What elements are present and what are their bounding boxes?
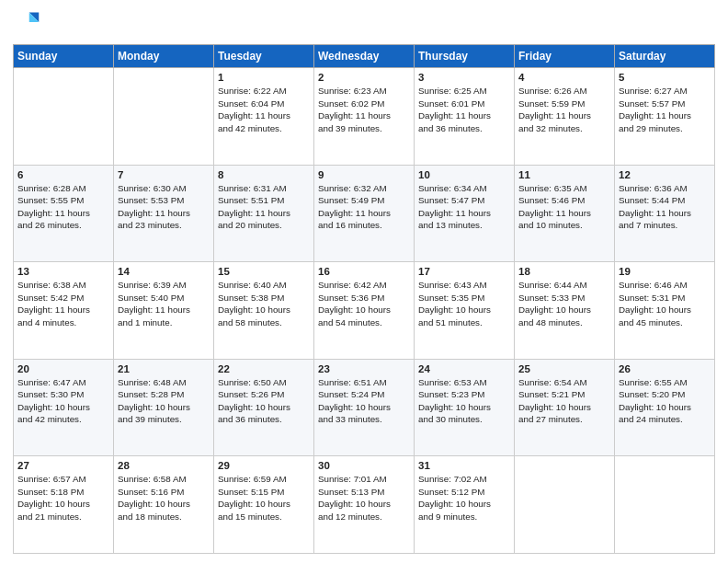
calendar-week-1: 6Sunrise: 6:28 AMSunset: 5:55 PMDaylight… xyxy=(14,165,715,262)
weekday-header-thursday: Thursday xyxy=(415,45,515,68)
page: SundayMondayTuesdayWednesdayThursdayFrid… xyxy=(0,0,728,563)
calendar-cell: 2Sunrise: 6:23 AMSunset: 6:02 PMDaylight… xyxy=(314,68,415,166)
day-info: Sunrise: 6:48 AMSunset: 5:28 PMDaylight:… xyxy=(118,376,210,426)
calendar-cell: 27Sunrise: 6:57 AMSunset: 5:18 PMDayligh… xyxy=(14,456,114,554)
day-info: Sunrise: 6:57 AMSunset: 5:18 PMDaylight:… xyxy=(17,473,109,523)
weekday-header-friday: Friday xyxy=(515,45,615,68)
calendar-cell: 6Sunrise: 6:28 AMSunset: 5:55 PMDaylight… xyxy=(14,165,114,262)
calendar-cell: 23Sunrise: 6:51 AMSunset: 5:24 PMDayligh… xyxy=(314,359,415,456)
weekday-header-monday: Monday xyxy=(114,45,214,68)
calendar-cell: 12Sunrise: 6:36 AMSunset: 5:44 PMDayligh… xyxy=(615,165,715,262)
day-info: Sunrise: 6:36 AMSunset: 5:44 PMDaylight:… xyxy=(619,182,711,232)
weekday-header-wednesday: Wednesday xyxy=(314,45,415,68)
day-number: 28 xyxy=(118,460,210,471)
day-info: Sunrise: 6:54 AMSunset: 5:21 PMDaylight:… xyxy=(518,376,610,426)
day-info: Sunrise: 6:22 AMSunset: 6:04 PMDaylight:… xyxy=(218,85,310,134)
day-info: Sunrise: 6:44 AMSunset: 5:33 PMDaylight:… xyxy=(518,279,610,328)
day-info: Sunrise: 6:23 AMSunset: 6:02 PMDaylight:… xyxy=(318,85,410,134)
calendar-cell xyxy=(615,456,715,554)
day-info: Sunrise: 6:59 AMSunset: 5:15 PMDaylight:… xyxy=(218,473,310,523)
calendar-cell xyxy=(515,456,615,554)
day-number: 10 xyxy=(418,169,510,180)
calendar-cell: 1Sunrise: 6:22 AMSunset: 6:04 PMDaylight… xyxy=(214,68,314,166)
day-info: Sunrise: 6:28 AMSunset: 5:55 PMDaylight:… xyxy=(17,182,109,232)
calendar-cell: 13Sunrise: 6:38 AMSunset: 5:42 PMDayligh… xyxy=(14,262,114,360)
calendar-table: SundayMondayTuesdayWednesdayThursdayFrid… xyxy=(13,44,715,554)
calendar-cell: 24Sunrise: 6:53 AMSunset: 5:23 PMDayligh… xyxy=(415,359,515,456)
day-number: 25 xyxy=(518,363,610,374)
day-info: Sunrise: 7:02 AMSunset: 5:12 PMDaylight:… xyxy=(418,473,510,523)
calendar-week-3: 20Sunrise: 6:47 AMSunset: 5:30 PMDayligh… xyxy=(14,359,715,456)
day-info: Sunrise: 6:31 AMSunset: 5:51 PMDaylight:… xyxy=(218,182,310,232)
day-info: Sunrise: 6:50 AMSunset: 5:26 PMDaylight:… xyxy=(218,376,310,426)
day-number: 26 xyxy=(619,363,711,374)
day-number: 20 xyxy=(17,363,109,374)
day-number: 4 xyxy=(518,72,610,83)
header xyxy=(13,9,715,39)
calendar-cell xyxy=(114,68,214,166)
calendar-cell: 16Sunrise: 6:42 AMSunset: 5:36 PMDayligh… xyxy=(314,262,415,360)
logo-icon xyxy=(15,9,40,35)
day-info: Sunrise: 6:32 AMSunset: 5:49 PMDaylight:… xyxy=(318,182,410,232)
day-info: Sunrise: 6:39 AMSunset: 5:40 PMDaylight:… xyxy=(118,279,210,328)
day-info: Sunrise: 6:47 AMSunset: 5:30 PMDaylight:… xyxy=(17,376,109,426)
day-number: 16 xyxy=(318,266,410,277)
calendar-cell: 9Sunrise: 6:32 AMSunset: 5:49 PMDaylight… xyxy=(314,165,415,262)
day-info: Sunrise: 6:25 AMSunset: 6:01 PMDaylight:… xyxy=(418,85,510,134)
day-number: 9 xyxy=(318,169,410,180)
day-number: 5 xyxy=(619,72,711,83)
weekday-header-sunday: Sunday xyxy=(14,45,114,68)
day-number: 31 xyxy=(418,460,510,471)
logo xyxy=(13,9,40,39)
calendar-cell xyxy=(14,68,114,166)
day-info: Sunrise: 6:26 AMSunset: 5:59 PMDaylight:… xyxy=(518,85,610,134)
calendar-cell: 10Sunrise: 6:34 AMSunset: 5:47 PMDayligh… xyxy=(415,165,515,262)
day-info: Sunrise: 6:27 AMSunset: 5:57 PMDaylight:… xyxy=(619,85,711,134)
day-number: 13 xyxy=(17,266,109,277)
calendar-cell: 21Sunrise: 6:48 AMSunset: 5:28 PMDayligh… xyxy=(114,359,214,456)
calendar-week-4: 27Sunrise: 6:57 AMSunset: 5:18 PMDayligh… xyxy=(14,456,715,554)
day-number: 24 xyxy=(418,363,510,374)
day-number: 18 xyxy=(518,266,610,277)
calendar-cell: 7Sunrise: 6:30 AMSunset: 5:53 PMDaylight… xyxy=(114,165,214,262)
calendar-cell: 3Sunrise: 6:25 AMSunset: 6:01 PMDaylight… xyxy=(415,68,515,166)
calendar-cell: 5Sunrise: 6:27 AMSunset: 5:57 PMDaylight… xyxy=(615,68,715,166)
calendar-cell: 17Sunrise: 6:43 AMSunset: 5:35 PMDayligh… xyxy=(415,262,515,360)
calendar-cell: 8Sunrise: 6:31 AMSunset: 5:51 PMDaylight… xyxy=(214,165,314,262)
calendar-cell: 25Sunrise: 6:54 AMSunset: 5:21 PMDayligh… xyxy=(515,359,615,456)
day-number: 17 xyxy=(418,266,510,277)
day-info: Sunrise: 6:53 AMSunset: 5:23 PMDaylight:… xyxy=(418,376,510,426)
day-number: 3 xyxy=(418,72,510,83)
day-info: Sunrise: 6:55 AMSunset: 5:20 PMDaylight:… xyxy=(619,376,711,426)
day-info: Sunrise: 6:43 AMSunset: 5:35 PMDaylight:… xyxy=(418,279,510,328)
day-number: 12 xyxy=(619,169,711,180)
day-number: 29 xyxy=(218,460,310,471)
calendar-cell: 11Sunrise: 6:35 AMSunset: 5:46 PMDayligh… xyxy=(515,165,615,262)
day-number: 30 xyxy=(318,460,410,471)
calendar-cell: 30Sunrise: 7:01 AMSunset: 5:13 PMDayligh… xyxy=(314,456,415,554)
calendar-cell: 20Sunrise: 6:47 AMSunset: 5:30 PMDayligh… xyxy=(14,359,114,456)
calendar-cell: 14Sunrise: 6:39 AMSunset: 5:40 PMDayligh… xyxy=(114,262,214,360)
day-number: 22 xyxy=(218,363,310,374)
calendar-cell: 28Sunrise: 6:58 AMSunset: 5:16 PMDayligh… xyxy=(114,456,214,554)
day-info: Sunrise: 7:01 AMSunset: 5:13 PMDaylight:… xyxy=(318,473,410,523)
calendar-cell: 15Sunrise: 6:40 AMSunset: 5:38 PMDayligh… xyxy=(214,262,314,360)
calendar-cell: 19Sunrise: 6:46 AMSunset: 5:31 PMDayligh… xyxy=(615,262,715,360)
calendar-cell: 31Sunrise: 7:02 AMSunset: 5:12 PMDayligh… xyxy=(415,456,515,554)
day-number: 2 xyxy=(318,72,410,83)
day-number: 27 xyxy=(17,460,109,471)
calendar-cell: 29Sunrise: 6:59 AMSunset: 5:15 PMDayligh… xyxy=(214,456,314,554)
calendar-week-2: 13Sunrise: 6:38 AMSunset: 5:42 PMDayligh… xyxy=(14,262,715,360)
weekday-header-saturday: Saturday xyxy=(615,45,715,68)
day-info: Sunrise: 6:38 AMSunset: 5:42 PMDaylight:… xyxy=(17,279,109,328)
day-info: Sunrise: 6:40 AMSunset: 5:38 PMDaylight:… xyxy=(218,279,310,328)
day-number: 1 xyxy=(218,72,310,83)
calendar-cell: 4Sunrise: 6:26 AMSunset: 5:59 PMDaylight… xyxy=(515,68,615,166)
day-number: 8 xyxy=(218,169,310,180)
calendar-cell: 22Sunrise: 6:50 AMSunset: 5:26 PMDayligh… xyxy=(214,359,314,456)
day-number: 6 xyxy=(17,169,109,180)
day-info: Sunrise: 6:46 AMSunset: 5:31 PMDaylight:… xyxy=(619,279,711,328)
calendar-cell: 26Sunrise: 6:55 AMSunset: 5:20 PMDayligh… xyxy=(615,359,715,456)
calendar-week-0: 1Sunrise: 6:22 AMSunset: 6:04 PMDaylight… xyxy=(14,68,715,166)
calendar-cell: 18Sunrise: 6:44 AMSunset: 5:33 PMDayligh… xyxy=(515,262,615,360)
